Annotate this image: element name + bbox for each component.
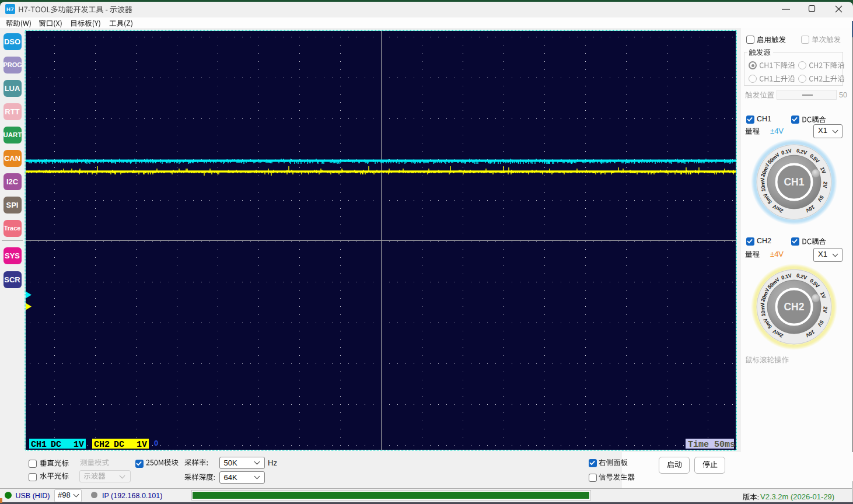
svg-text:CH2DC1V: CH2DC1V [94, 440, 147, 450]
svg-text:Time50ms: Time50ms [688, 440, 735, 450]
svg-text:0: 0 [154, 439, 158, 447]
svg-text:CH1DC1V: CH1DC1V [31, 440, 84, 450]
